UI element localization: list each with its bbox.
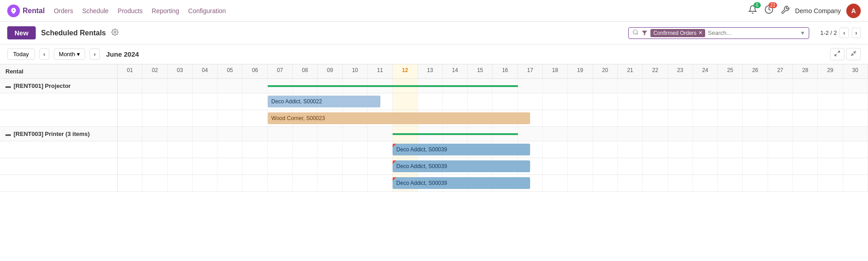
- body-day-col-06: [242, 127, 267, 141]
- body-day-col-05: [218, 79, 242, 93]
- collapse-btn[interactable]: [846, 48, 861, 60]
- search-dropdown-btn[interactable]: ▼: [800, 30, 806, 36]
- new-button[interactable]: New: [7, 26, 36, 39]
- today-button[interactable]: Today: [7, 48, 35, 60]
- sub-body-day-04-bar4: [193, 158, 218, 174]
- nav-configuration[interactable]: Configuration: [188, 6, 226, 15]
- body-day-col-03: [168, 79, 193, 93]
- notifications-btn[interactable]: 6: [748, 5, 757, 16]
- pagination-info: 1-2 / 2: [820, 29, 837, 36]
- gantt-day-header-02: 02: [142, 64, 167, 78]
- sub-body-day-30-bar4: [843, 158, 868, 174]
- empty-row-hdr-bar4: [0, 158, 118, 174]
- empty-row-hdr-bar2: [0, 110, 118, 126]
- sub-body-day-28-bar2: [793, 110, 818, 126]
- sub-body-day-29-bar5: [818, 175, 843, 191]
- next-page-btn[interactable]: ›: [852, 28, 861, 38]
- body-day-col-05: [218, 127, 242, 141]
- tools-btn[interactable]: [781, 5, 790, 16]
- sub-row-body-bar1: Deco Addict, S00022: [118, 93, 868, 110]
- sub-body-day-19-bar4: [568, 158, 593, 174]
- sub-body-day-10-bar4: [343, 158, 368, 174]
- filter-close-btn[interactable]: ✕: [698, 30, 702, 36]
- nav-orders[interactable]: Orders: [54, 6, 73, 15]
- body-day-col-27: [768, 79, 793, 93]
- app-logo[interactable]: Rental: [7, 5, 45, 17]
- sub-body-day-23-bar2: [668, 110, 693, 126]
- nav-products[interactable]: Products: [118, 6, 142, 15]
- sub-body-day-26-bar2: [743, 110, 768, 126]
- sub-body-day-02-bar1: [142, 93, 167, 110]
- sub-body-day-06-bar4: [242, 158, 267, 174]
- nav-reporting[interactable]: Reporting: [152, 6, 179, 15]
- sub-body-day-28-bar5: [793, 175, 818, 191]
- gantt-bar-bar4[interactable]: Deco Addict, S00039: [393, 160, 530, 172]
- body-day-col-29: [818, 127, 843, 141]
- svg-line-3: [637, 34, 638, 35]
- sub-body-day-08-bar5: [293, 175, 318, 191]
- prev-period-btn[interactable]: ‹: [39, 48, 49, 60]
- sub-body-day-03-bar2: [168, 110, 193, 126]
- gantt-bar-bar5[interactable]: Deco Addict, S00039: [393, 177, 530, 189]
- activity-btn[interactable]: 23: [764, 5, 773, 16]
- collapse-icon-row2[interactable]: ▬: [5, 131, 11, 137]
- body-day-col-11: [368, 127, 393, 141]
- sub-body-day-07-bar3: [268, 141, 293, 158]
- sub-body-day-22-bar5: [643, 175, 668, 191]
- sub-body-day-24-bar3: [693, 141, 718, 158]
- user-avatar[interactable]: A: [846, 4, 861, 18]
- gantt-row-label-row2[interactable]: ▬[RENT003] Printer (3 items): [0, 127, 118, 141]
- gantt-bar-bar1[interactable]: Deco Addict, S00022: [268, 96, 380, 107]
- gantt-group-body-row2: [118, 127, 868, 141]
- next-period-btn[interactable]: ›: [90, 48, 100, 60]
- body-day-col-27: [768, 127, 793, 141]
- sub-body-day-02-bar3: [142, 141, 167, 158]
- expand-btn[interactable]: [830, 48, 844, 60]
- gantt-day-header-04: 04: [193, 64, 218, 78]
- gantt-day-header-20: 20: [593, 64, 618, 78]
- sub-body-day-27-bar4: [768, 158, 793, 174]
- gantt-day-header-27: 27: [768, 64, 793, 78]
- sub-body-day-15-bar1: [468, 93, 493, 110]
- sub-body-day-08-bar4: [293, 158, 318, 174]
- body-day-col-19: [568, 79, 593, 93]
- sub-body-day-22-bar1: [643, 93, 668, 110]
- filter-label: Confirmed Orders: [653, 30, 696, 36]
- prev-page-btn[interactable]: ‹: [840, 28, 849, 38]
- gantt-row-label-row1[interactable]: ▬[RENT001] Projector: [0, 79, 118, 93]
- sub-body-day-21-bar2: [618, 110, 643, 126]
- progress-line2-row1: [393, 85, 517, 87]
- company-name: Demo Company: [795, 7, 841, 14]
- nav-schedule[interactable]: Schedule: [82, 6, 109, 15]
- settings-icon[interactable]: [111, 29, 119, 37]
- gantt-day-header-09: 09: [318, 64, 342, 78]
- gantt-day-header-24: 24: [693, 64, 718, 78]
- sub-body-day-18-bar1: [543, 93, 568, 110]
- confirmed-orders-filter[interactable]: Confirmed Orders ✕: [650, 29, 705, 37]
- sub-body-day-13-bar1: [418, 93, 443, 110]
- collapse-icon-row1[interactable]: ▬: [5, 83, 11, 89]
- sub-body-day-23-bar3: [668, 141, 693, 158]
- sub-body-day-04-bar3: [193, 141, 218, 158]
- gantt-bar-bar3[interactable]: Deco Addict, S00039: [393, 144, 530, 155]
- gantt-day-header-06: 06: [242, 64, 267, 78]
- gantt-header: Rental0102030405060708091011121314151617…: [0, 64, 868, 79]
- sub-body-day-24-bar2: [693, 110, 718, 126]
- search-input[interactable]: [708, 29, 797, 36]
- sub-body-day-28-bar1: [793, 93, 818, 110]
- sub-body-day-10-bar3: [343, 141, 368, 158]
- activity-count: 23: [768, 2, 777, 8]
- body-day-col-17: [518, 79, 543, 93]
- sub-body-day-20-bar1: [593, 93, 618, 110]
- sub-body-day-25-bar1: [718, 93, 743, 110]
- sub-body-day-04-bar1: [193, 93, 218, 110]
- body-day-col-21: [618, 127, 643, 141]
- sub-body-day-06-bar5: [242, 175, 267, 191]
- month-selector-btn[interactable]: Month ▾: [54, 48, 85, 60]
- sub-body-day-29-bar3: [818, 141, 843, 158]
- gantt-bar-bar2[interactable]: Wood Corner, S00023: [268, 112, 531, 124]
- sub-body-day-23-bar4: [668, 158, 693, 174]
- sub-body-day-14-bar1: [443, 93, 468, 110]
- sub-body-day-09-bar3: [318, 141, 342, 158]
- sub-body-day-05-bar4: [218, 158, 242, 174]
